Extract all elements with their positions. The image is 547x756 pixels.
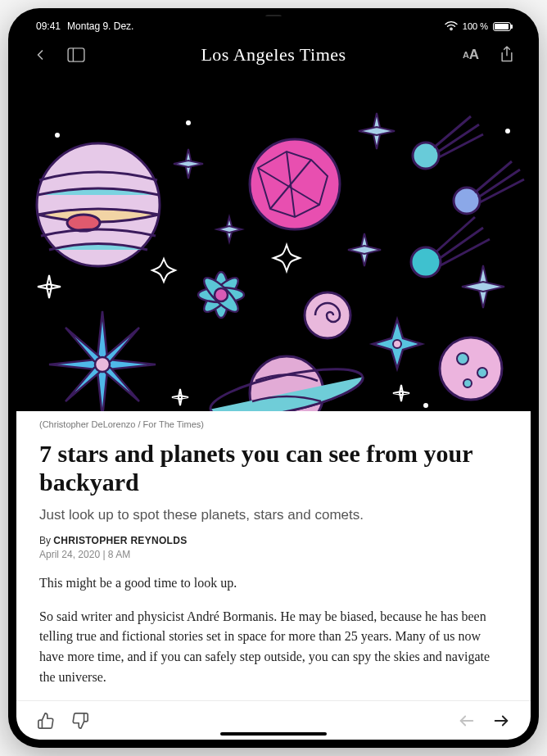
article-content[interactable]: (Christopher DeLorenzo / For The Times) … bbox=[16, 411, 531, 700]
svg-point-31 bbox=[393, 340, 401, 348]
prev-article-button[interactable] bbox=[457, 711, 477, 731]
svg-point-26 bbox=[95, 357, 110, 372]
byline-author: CHRISTOPHER REYNOLDS bbox=[53, 535, 187, 546]
svg-point-54 bbox=[506, 129, 509, 133]
svg-point-53 bbox=[187, 121, 190, 124]
article-subhead: Just look up to spot these planets, star… bbox=[39, 507, 508, 523]
wifi-icon bbox=[445, 21, 458, 31]
svg-point-55 bbox=[424, 404, 427, 407]
article-byline: By CHRISTOPHER REYNOLDS bbox=[39, 535, 508, 546]
article-dateline: April 24, 2020 | 8 AM bbox=[39, 549, 508, 560]
hero-credit: (Christopher DeLorenzo / For The Times) bbox=[39, 419, 508, 429]
status-time: 09:41 bbox=[36, 20, 61, 32]
svg-point-32 bbox=[440, 337, 502, 400]
svg-point-35 bbox=[463, 379, 472, 387]
next-article-button[interactable] bbox=[491, 711, 511, 731]
svg-point-33 bbox=[457, 353, 468, 364]
share-button[interactable] bbox=[496, 44, 518, 66]
svg-point-52 bbox=[56, 134, 59, 137]
nav-toolbar: Los Angeles Times AA bbox=[16, 36, 531, 74]
svg-point-16 bbox=[215, 288, 228, 301]
text-size-button[interactable]: AA bbox=[460, 44, 481, 66]
battery-icon bbox=[493, 22, 511, 31]
thumbs-up-button[interactable] bbox=[36, 711, 56, 731]
status-date: Montag 9. Dez. bbox=[67, 20, 133, 32]
back-button[interactable] bbox=[29, 44, 51, 66]
status-battery-text: 100 % bbox=[463, 21, 488, 31]
article-paragraph: So said writer and physicist André Borma… bbox=[39, 607, 508, 688]
byline-prefix: By bbox=[39, 535, 53, 546]
home-indicator[interactable] bbox=[220, 732, 327, 736]
svg-point-34 bbox=[477, 368, 487, 378]
thumbs-down-button[interactable] bbox=[70, 711, 90, 731]
publication-title: Los Angeles Times bbox=[102, 44, 445, 66]
article-body: This might be a good time to look up. So… bbox=[39, 573, 508, 700]
article-paragraph: This might be a good time to look up. bbox=[39, 573, 508, 594]
hero-illustration bbox=[16, 74, 531, 411]
svg-rect-0 bbox=[68, 48, 84, 61]
status-bar: 09:41 Montag 9. Dez. 100 % bbox=[16, 16, 531, 36]
article-headline: 7 stars and planets you can see from you… bbox=[39, 439, 508, 497]
sidebar-toggle-button[interactable] bbox=[66, 44, 87, 66]
